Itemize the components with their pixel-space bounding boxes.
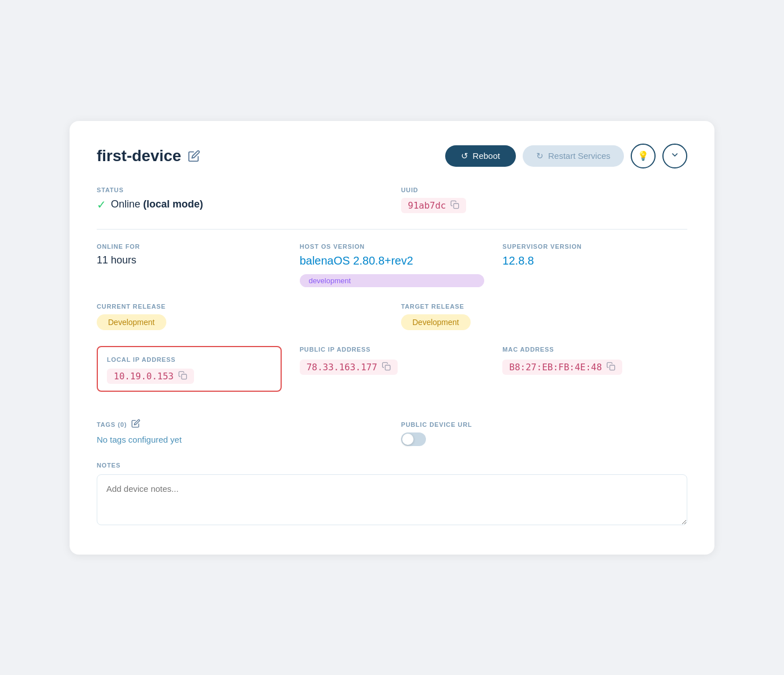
- host-os-badge: development: [300, 274, 485, 287]
- local-ip-block: LOCAL IP ADDRESS 10.19.0.153: [97, 346, 282, 392]
- svg-rect-3: [610, 365, 615, 370]
- public-device-url-block: PUBLIC DEVICE URL: [401, 419, 687, 446]
- supervisor-value: 12.8.8: [502, 254, 687, 267]
- tags-no-content: No tags configured yet: [97, 435, 182, 444]
- network-info-row: LOCAL IP ADDRESS 10.19.0.153 PUBLIC IP A…: [97, 346, 687, 392]
- uuid-value: 91ab7dc: [408, 200, 446, 211]
- public-device-url-toggle-container: [401, 432, 687, 446]
- reboot-button[interactable]: ↺ Reboot: [445, 145, 516, 167]
- notes-textarea[interactable]: [97, 474, 687, 525]
- public-ip-value: 78.33.163.177: [307, 362, 377, 373]
- tags-block: TAGS (0) No tags configured yet: [97, 419, 383, 445]
- uuid-value-row: 91ab7dc: [401, 198, 687, 213]
- public-device-url-toggle[interactable]: [401, 432, 426, 446]
- notes-section: NOTES: [97, 462, 687, 527]
- mac-address-label: MAC ADDRESS: [502, 346, 687, 353]
- target-release-badge: Development: [401, 314, 471, 330]
- public-device-url-label: PUBLIC DEVICE URL: [401, 421, 472, 428]
- restart-services-button[interactable]: ↻ Restart Services: [523, 145, 624, 167]
- status-block: STATUS ✓ Online (local mode): [97, 187, 383, 213]
- status-uuid-row: STATUS ✓ Online (local mode) UUID 91ab7d…: [97, 187, 687, 213]
- online-for-value: 11 hours: [97, 254, 282, 266]
- lightbulb-button[interactable]: 💡: [631, 144, 656, 168]
- copy-mac-address-icon[interactable]: [606, 362, 615, 373]
- public-ip-label: PUBLIC IP ADDRESS: [300, 346, 485, 353]
- current-release-block: CURRENT RELEASE Development: [97, 303, 383, 330]
- copy-local-ip-icon[interactable]: [178, 371, 187, 382]
- header: first-device ↺ Reboot ↻ Restart Services…: [97, 144, 687, 168]
- uuid-block: UUID 91ab7dc: [401, 187, 687, 213]
- edit-tags-icon[interactable]: [131, 419, 140, 430]
- host-os-label: HOST OS VERSION: [300, 243, 485, 250]
- status-label: STATUS: [97, 187, 383, 193]
- copy-uuid-icon[interactable]: [450, 200, 459, 211]
- tags-label: TAGS (0): [97, 421, 127, 428]
- mac-address-block: MAC ADDRESS B8:27:EB:FB:4E:48: [502, 346, 687, 392]
- tags-label-row: TAGS (0): [97, 419, 383, 430]
- online-for-label: ONLINE FOR: [97, 243, 282, 250]
- mac-address-value-badge: B8:27:EB:FB:4E:48: [502, 360, 622, 375]
- mac-address-value: B8:27:EB:FB:4E:48: [509, 362, 602, 373]
- lightbulb-icon: 💡: [637, 150, 649, 161]
- online-for-block: ONLINE FOR 11 hours: [97, 243, 282, 287]
- status-text: Online (local mode): [111, 198, 203, 210]
- tags-url-row: TAGS (0) No tags configured yet PUBLIC D…: [97, 405, 687, 446]
- chevron-down-icon: [670, 150, 679, 162]
- device-title: first-device: [97, 147, 200, 165]
- supervisor-block: SUPERVISOR VERSION 12.8.8: [502, 243, 687, 287]
- header-actions: ↺ Reboot ↻ Restart Services 💡: [445, 144, 687, 168]
- more-options-button[interactable]: [662, 144, 687, 168]
- public-ip-value-badge: 78.33.163.177: [300, 360, 398, 375]
- current-release-badge: Development: [97, 314, 166, 330]
- status-value-row: ✓ Online (local mode): [97, 198, 383, 211]
- device-card: first-device ↺ Reboot ↻ Restart Services…: [70, 121, 714, 555]
- uuid-label: UUID: [401, 187, 687, 193]
- system-info-row: ONLINE FOR 11 hours HOST OS VERSION bale…: [97, 243, 687, 287]
- copy-public-ip-icon[interactable]: [382, 362, 391, 373]
- public-ip-block: PUBLIC IP ADDRESS 78.33.163.177: [300, 346, 485, 392]
- edit-device-name-icon[interactable]: [188, 150, 200, 162]
- local-ip-value-badge: 10.19.0.153: [107, 369, 194, 384]
- host-os-block: HOST OS VERSION balenaOS 2.80.8+rev2 dev…: [300, 243, 485, 287]
- current-release-label: CURRENT RELEASE: [97, 303, 383, 310]
- toggle-knob: [402, 434, 413, 445]
- status-check-icon: ✓: [97, 198, 106, 211]
- release-row: CURRENT RELEASE Development TARGET RELEA…: [97, 303, 687, 330]
- svg-rect-0: [454, 204, 459, 209]
- host-os-value: balenaOS 2.80.8+rev2: [300, 254, 485, 267]
- target-release-block: TARGET RELEASE Development: [401, 303, 687, 330]
- svg-rect-1: [182, 374, 187, 379]
- restart-icon: ↻: [536, 151, 544, 161]
- divider-1: [97, 229, 687, 230]
- notes-label: NOTES: [97, 462, 687, 469]
- target-release-label: TARGET RELEASE: [401, 303, 687, 310]
- local-ip-label: LOCAL IP ADDRESS: [107, 356, 175, 363]
- svg-rect-2: [385, 365, 390, 370]
- device-name: first-device: [97, 147, 181, 165]
- supervisor-label: SUPERVISOR VERSION: [502, 243, 687, 250]
- uuid-badge: 91ab7dc: [401, 198, 466, 213]
- local-ip-value: 10.19.0.153: [114, 371, 174, 382]
- reboot-icon: ↺: [461, 151, 468, 161]
